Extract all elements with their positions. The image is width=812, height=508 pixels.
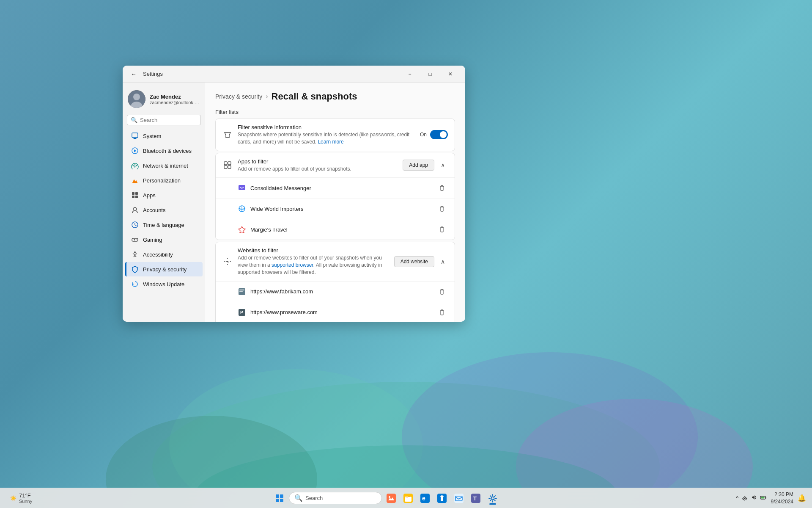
search-input[interactable] xyxy=(140,117,205,123)
apps-filter-desc: Add or remove apps to filter out of your… xyxy=(238,166,398,173)
supported-browser-link[interactable]: supported browser xyxy=(272,262,313,268)
svg-point-23 xyxy=(136,240,137,240)
sidebar-item-apps-label: Apps xyxy=(143,192,156,199)
sidebar-item-privacy[interactable]: Privacy & security xyxy=(125,262,203,276)
minimize-button[interactable]: − xyxy=(400,67,420,81)
delete-consolidated-button[interactable] xyxy=(436,182,448,194)
websites-filter-text: Websites to filter Add or remove website… xyxy=(238,247,389,276)
apps-collapse-button[interactable]: ∧ xyxy=(438,160,448,170)
filter-sensitive-toggle[interactable] xyxy=(430,130,448,139)
svg-rect-15 xyxy=(135,192,138,195)
filter-sensitive-title: Filter sensitive information xyxy=(238,124,415,130)
sidebar-item-update[interactable]: Windows Update xyxy=(125,277,203,291)
tray-network[interactable] xyxy=(741,493,749,503)
website-url-fabrikam: https://www.fabrikam.com xyxy=(250,288,432,295)
margies-travel-icon xyxy=(238,225,246,234)
delete-fabrikam-button[interactable] xyxy=(436,286,448,298)
svg-rect-25 xyxy=(224,162,227,165)
app-item-margies: Margie's Travel xyxy=(216,219,455,240)
add-app-button[interactable]: Add app xyxy=(403,160,434,171)
sidebar-item-accounts[interactable]: Accounts xyxy=(125,203,203,217)
svg-text:T: T xyxy=(473,495,477,502)
svg-point-18 xyxy=(133,207,137,211)
add-website-button[interactable]: Add website xyxy=(394,256,434,267)
app-name-margies: Margie's Travel xyxy=(250,226,432,233)
sidebar-item-personalization[interactable]: Personalization xyxy=(125,173,203,188)
bluetooth-icon xyxy=(131,147,139,155)
accessibility-icon xyxy=(131,251,139,258)
svg-rect-27 xyxy=(224,166,227,168)
delete-proseware-button[interactable] xyxy=(436,306,448,318)
time-display[interactable]: 2:30 PM 9/24/2024 xyxy=(771,491,793,505)
websites-to-filter-header: Websites to filter Add or remove website… xyxy=(216,242,455,281)
sidebar-item-gaming[interactable]: Gaming xyxy=(125,232,203,247)
sidebar-item-accessibility[interactable]: Accessibility xyxy=(125,247,203,262)
apps-to-filter-header: Apps to filter Add or remove apps to fil… xyxy=(216,153,455,178)
search-box[interactable]: 🔍 xyxy=(127,115,201,125)
apps-filter-action: Add app ∧ xyxy=(403,160,448,171)
gaming-icon xyxy=(131,236,139,243)
tray-volume[interactable] xyxy=(750,493,758,503)
weather-icon: ☀️ xyxy=(10,495,16,501)
sidebar-item-accounts-label: Accounts xyxy=(143,207,165,213)
websites-to-filter-card: Websites to filter Add or remove website… xyxy=(215,242,455,322)
sidebar-item-bluetooth[interactable]: Bluetooth & devices xyxy=(125,144,203,158)
svg-point-24 xyxy=(134,251,136,253)
taskbar-app-settings[interactable] xyxy=(485,491,500,506)
clock-date: 9/24/2024 xyxy=(771,498,793,505)
websites-filter-title: Websites to filter xyxy=(238,247,389,254)
settings-window: ← Settings − □ ✕ Zac Mendez xyxy=(123,66,465,322)
toggle-knob xyxy=(440,131,447,138)
tray-battery[interactable] xyxy=(759,493,768,503)
breadcrumb-parent[interactable]: Privacy & security xyxy=(215,93,262,100)
proseware-icon: P xyxy=(238,308,246,317)
close-button[interactable]: ✕ xyxy=(441,67,460,81)
taskbar-app-explorer[interactable] xyxy=(401,491,416,506)
back-button[interactable]: ← xyxy=(128,68,140,80)
system-tray: ^ xyxy=(735,493,768,503)
svg-rect-11 xyxy=(133,139,137,139)
tray-chevron[interactable]: ^ xyxy=(735,494,740,502)
sidebar-item-system[interactable]: System xyxy=(125,129,203,143)
avatar xyxy=(128,90,145,108)
sidebar-item-bluetooth-label: Bluetooth & devices xyxy=(143,148,192,154)
start-button[interactable] xyxy=(272,491,287,506)
weather-temp: 71°F xyxy=(19,492,32,499)
svg-rect-26 xyxy=(228,162,231,165)
tray-notification[interactable]: 🔔 xyxy=(797,493,807,503)
svg-point-59 xyxy=(491,497,494,500)
window-title: Settings xyxy=(140,71,400,77)
window-controls: − □ ✕ xyxy=(400,67,460,81)
taskbar-app-mail[interactable] xyxy=(451,491,466,506)
websites-filter-action: Add website ∧ xyxy=(394,256,448,267)
svg-text:e: e xyxy=(422,495,425,502)
sidebar-item-network[interactable]: Network & internet xyxy=(125,158,203,173)
taskbar-left: ☀️ 71°F Sunny xyxy=(0,492,37,504)
svg-point-7 xyxy=(133,94,140,100)
taskbar-search[interactable]: 🔍 Search xyxy=(289,492,382,504)
weather-widget[interactable]: ☀️ 71°F Sunny xyxy=(5,492,37,504)
sidebar-item-time[interactable]: Time & language xyxy=(125,218,203,232)
sidebar-item-apps[interactable]: Apps xyxy=(125,188,203,202)
taskbar-app-photos[interactable] xyxy=(384,491,399,506)
taskbar-app-store[interactable] xyxy=(434,491,450,506)
svg-rect-14 xyxy=(132,192,134,195)
sidebar-item-gaming-label: Gaming xyxy=(143,237,162,243)
app-item-consolidated: Consolidated Messenger xyxy=(216,178,455,199)
taskbar-app-teams[interactable]: T xyxy=(468,491,483,506)
maximize-button[interactable]: □ xyxy=(420,67,440,81)
user-name: Zac Mendez xyxy=(150,94,200,100)
main-panel: Privacy & security › Recall & snapshots … xyxy=(205,83,465,322)
user-profile[interactable]: Zac Mendez zacmendez@outlook.com xyxy=(123,86,205,112)
apps-filter-text: Apps to filter Add or remove apps to fil… xyxy=(238,158,398,173)
sidebar-item-time-label: Time & language xyxy=(143,222,184,228)
taskbar-app-edge[interactable]: e xyxy=(417,491,433,506)
delete-margies-button[interactable] xyxy=(436,224,448,235)
websites-collapse-button[interactable]: ∧ xyxy=(438,257,448,267)
apps-to-filter-card: Apps to filter Add or remove apps to fil… xyxy=(215,153,455,240)
filter-sensitive-learn-more[interactable]: Learn more xyxy=(318,139,343,145)
network-icon xyxy=(131,162,139,169)
delete-worldwide-button[interactable] xyxy=(436,203,448,215)
filter-sensitive-icon xyxy=(222,130,233,140)
user-email: zacmendez@outlook.com xyxy=(150,100,200,105)
